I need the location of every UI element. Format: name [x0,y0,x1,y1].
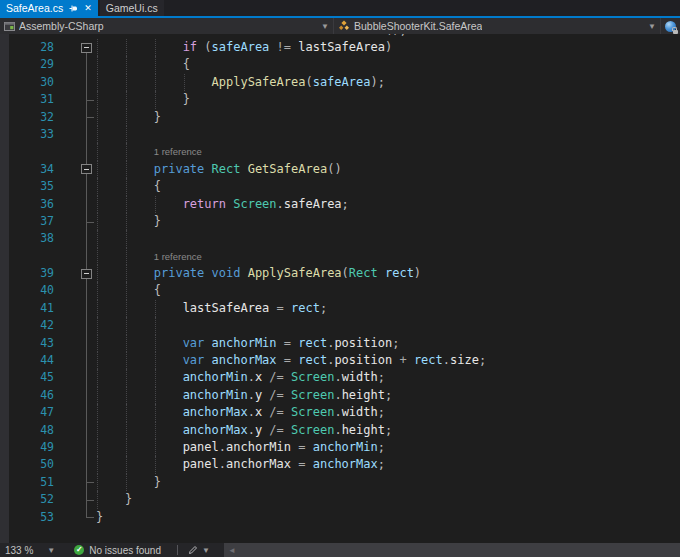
code-line[interactable]: 39private void ApplySafeArea(Rect rect) [0,265,680,282]
code-line[interactable]: 47anchorMax.x /= Screen.width; [0,404,680,421]
fold-guide-line [86,422,87,439]
pen-icon [188,545,198,555]
indent-guide [97,143,98,160]
fold-column [60,422,96,439]
code-cell: } [96,509,680,526]
code-text: var anchorMin = rect.position; [183,335,400,352]
indent-guide [155,439,156,456]
code-line[interactable]: 41lastSafeArea = rect; [0,300,680,317]
code-line[interactable]: 36return Screen.safeArea; [0,196,680,213]
code-text: anchorMin.y /= Screen.height; [183,387,393,404]
indent-guide [155,404,156,421]
code-line[interactable]: 51} [0,474,680,491]
fold-column[interactable] [60,265,96,282]
codelens-row[interactable]: 1 reference [0,143,680,160]
zoom-level: 133 % [5,545,33,556]
tab-safearea[interactable]: SafeArea.cs ✕ [0,0,98,16]
indent-guide [155,369,156,386]
code-line[interactable]: 35{ [0,178,680,195]
fold-column [60,56,96,73]
close-icon[interactable]: ✕ [84,4,92,13]
code-text: anchorMax.x /= Screen.width; [183,404,385,421]
indent-guide [126,439,127,456]
code-line[interactable]: 30ApplySafeArea(safeArea); [0,74,680,91]
codelens-reference[interactable]: 1 reference [154,248,202,265]
fold-column[interactable] [60,39,96,56]
fold-column [60,491,96,508]
indent-guide [97,387,98,404]
code-cell: return Screen.safeArea; [96,196,680,213]
fold-collapse-icon[interactable] [81,164,92,174]
indent-guide [97,74,98,91]
fold-end-tick [86,482,94,483]
code-text: if (safeArea != lastSafeArea) [183,39,393,56]
health-text: No issues found [89,545,161,556]
code-line[interactable]: 46anchorMin.y /= Screen.height; [0,387,680,404]
code-line[interactable]: 49panel.anchorMin = anchorMin; [0,439,680,456]
fold-guide-line [86,56,87,73]
horizontal-scrollbar[interactable]: ◄ [224,543,680,557]
line-number: 38 [0,230,60,247]
code-line[interactable]: 28if (safeArea != lastSafeArea) [0,39,680,56]
code-line[interactable]: 45anchorMin.x /= Screen.width; [0,369,680,386]
pin-icon[interactable] [69,4,78,13]
codelens-row[interactable]: 1 reference [0,248,680,265]
fold-guide-line [86,282,87,299]
indent-guide [97,126,98,143]
fold-column[interactable] [60,161,96,178]
code-text: } [154,213,161,230]
code-editor[interactable]: (); 28if (safeArea != lastSafeArea)29{30… [0,34,680,543]
code-cell: ApplySafeArea(safeArea); [96,74,680,91]
code-cell: var anchorMax = rect.position + rect.siz… [96,352,680,369]
indent-guide [126,39,127,56]
indent-guide [155,352,156,369]
fold-collapse-icon[interactable] [81,43,92,53]
code-rows: (); 28if (safeArea != lastSafeArea)29{30… [0,34,680,526]
member-dropdown[interactable] [660,18,680,34]
code-cell: lastSafeArea = rect; [96,300,680,317]
code-cell: } [96,213,680,230]
type-dropdown[interactable]: BubbleShooterKit.SafeArea ▼ [333,18,660,34]
scroll-left-icon[interactable]: ◄ [228,546,236,555]
fold-guide-line [86,230,87,247]
indent-guide [184,74,185,91]
code-line[interactable]: 31} [0,91,680,108]
indent-guide [97,317,98,334]
fold-guide-line [86,404,87,421]
indent-guide [155,335,156,352]
code-line[interactable]: 32} [0,109,680,126]
code-line[interactable]: 40{ [0,282,680,299]
code-line[interactable]: 44var anchorMax = rect.position + rect.s… [0,352,680,369]
code-text: { [154,282,161,299]
code-line[interactable]: 29{ [0,56,680,73]
indent-guide [126,352,127,369]
vs-editor-window: SafeArea.cs ✕ GameUi.cs Assembly-CSharp … [0,0,680,557]
code-line[interactable]: 38 [0,230,680,247]
code-line[interactable]: 37} [0,213,680,230]
code-line[interactable]: 43var anchorMin = rect.position; [0,335,680,352]
fold-guide-line [86,509,87,518]
editor-actions-button[interactable]: ▼ [188,545,210,555]
code-line[interactable]: 53} [0,509,680,526]
code-line[interactable]: 42 [0,317,680,334]
project-dropdown[interactable]: Assembly-CSharp ▼ [0,18,333,34]
code-line[interactable]: 34private Rect GetSafeArea() [0,161,680,178]
code-line[interactable]: 52} [0,491,680,508]
indent-guide [97,439,98,456]
code-cell: panel.anchorMin = anchorMin; [96,439,680,456]
indent-guide [126,387,127,404]
code-line[interactable]: 48anchorMax.y /= Screen.height; [0,422,680,439]
code-line[interactable]: 33 [0,126,680,143]
code-line[interactable]: 50panel.anchorMax = anchorMax; [0,456,680,473]
codelens-reference[interactable]: 1 reference [154,143,202,160]
line-number: 32 [0,109,60,126]
fold-column [60,109,96,126]
indent-guide [126,422,127,439]
zoom-dropdown[interactable]: 133 % ▼ [0,545,60,556]
fold-end-tick [86,500,94,501]
health-indicator[interactable]: ✓ No issues found [74,545,161,556]
indent-guide [97,161,98,178]
code-cell: { [96,56,680,73]
fold-collapse-icon[interactable] [81,269,92,279]
tab-gameui[interactable]: GameUi.cs [100,0,164,16]
